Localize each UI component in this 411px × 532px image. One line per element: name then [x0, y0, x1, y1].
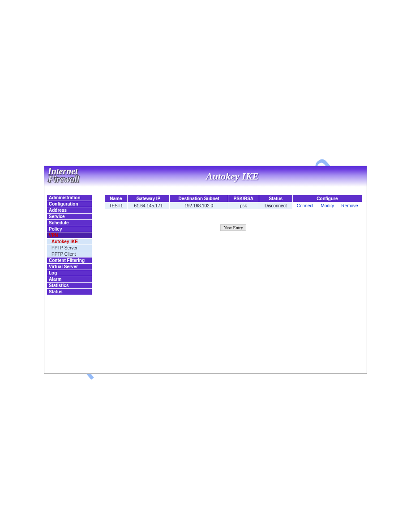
- sidebar-item-configuration[interactable]: Configuration: [47, 201, 92, 207]
- sidebar-subitem-pptp-client[interactable]: PPTP Client: [47, 251, 92, 257]
- modify-link[interactable]: Modify: [321, 203, 334, 208]
- body-row: Administration Configuration Address Ser…: [44, 187, 367, 295]
- new-entry-wrap: New Entry: [104, 223, 362, 231]
- app-frame: Internet Firewall Autokey IKE Administra…: [44, 166, 367, 374]
- sidebar-item-content-filtering[interactable]: Content Filtering: [47, 257, 92, 264]
- connect-link[interactable]: Connect: [297, 203, 313, 208]
- sidebar-subitem-pptp-server[interactable]: PPTP Server: [47, 245, 92, 251]
- th-status: Status: [259, 195, 292, 202]
- logo-line2: Firewall: [48, 175, 98, 183]
- sidebar-item-service[interactable]: Service: [47, 214, 92, 220]
- th-configure: Configure: [292, 195, 362, 202]
- cell-status: Disconnect: [259, 202, 292, 210]
- cell-gateway: 61.64.145.171: [127, 202, 170, 210]
- sidebar-item-virtual-server[interactable]: Virtual Server: [47, 264, 92, 270]
- new-entry-button[interactable]: New Entry: [220, 224, 246, 231]
- ike-table: Name Gateway IP Destination Subnet PSK/R…: [104, 195, 362, 210]
- cell-psk: psk: [228, 202, 259, 210]
- table-header-row: Name Gateway IP Destination Subnet PSK/R…: [105, 195, 362, 202]
- header-banner: Internet Firewall Autokey IKE: [44, 166, 367, 187]
- sidebar: Administration Configuration Address Ser…: [47, 195, 92, 295]
- sidebar-item-status[interactable]: Status: [47, 289, 92, 295]
- th-psk: PSK/RSA: [228, 195, 259, 202]
- sidebar-item-administration[interactable]: Administration: [47, 195, 92, 201]
- logo: Internet Firewall: [44, 166, 98, 183]
- th-dest: Destination Subnet: [170, 195, 228, 202]
- sidebar-subitem-autokey-ike[interactable]: Autokey IKE: [47, 239, 92, 245]
- th-gateway: Gateway IP: [127, 195, 170, 202]
- cell-name: TEST1: [105, 202, 128, 210]
- page-title: Autokey IKE: [98, 166, 367, 182]
- sidebar-item-alarm[interactable]: Alarm: [47, 276, 92, 283]
- th-name: Name: [105, 195, 128, 202]
- remove-link[interactable]: Remove: [341, 203, 358, 208]
- sidebar-item-policy[interactable]: Policy: [47, 226, 92, 232]
- sidebar-item-address[interactable]: Address: [47, 207, 92, 214]
- sidebar-item-statistics[interactable]: Statistics: [47, 283, 92, 289]
- sidebar-item-log[interactable]: Log: [47, 270, 92, 276]
- main-panel: Name Gateway IP Destination Subnet PSK/R…: [92, 195, 364, 231]
- sidebar-item-vpn[interactable]: VPN: [47, 232, 92, 239]
- table-row: TEST1 61.64.145.171 192.168.102.0 psk Di…: [105, 202, 362, 210]
- cell-dest: 192.168.102.0: [170, 202, 228, 210]
- sidebar-item-schedule[interactable]: Schedule: [47, 220, 92, 226]
